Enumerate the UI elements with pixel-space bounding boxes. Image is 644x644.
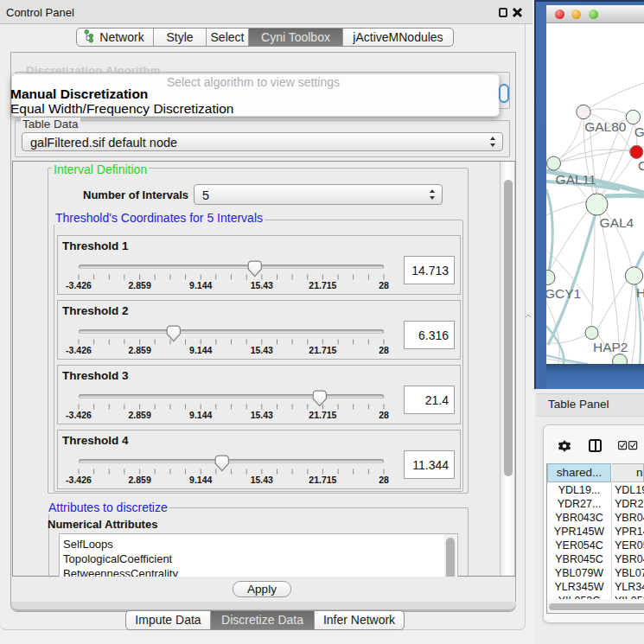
svg-text:GAL4: GAL4 bbox=[600, 215, 634, 230]
svg-text:HAP2: HAP2 bbox=[593, 340, 628, 354]
svg-text:HA: HA bbox=[636, 285, 644, 300]
svg-text:GAL11: GAL11 bbox=[556, 172, 596, 187]
svg-text:CD: CD bbox=[638, 158, 644, 173]
svg-text:GAL80: GAL80 bbox=[584, 119, 627, 134]
svg-text:GCY1: GCY1 bbox=[546, 286, 581, 301]
svg-text:GA: GA bbox=[634, 124, 644, 139]
